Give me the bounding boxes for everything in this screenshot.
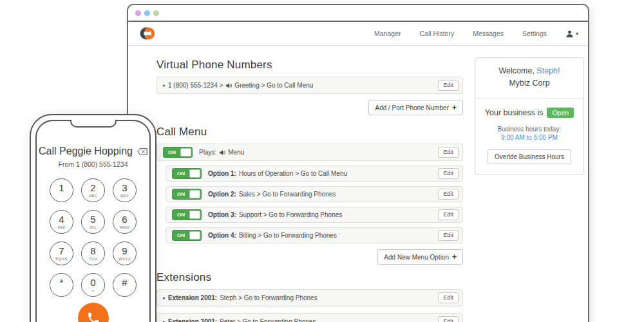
toggle-option-1[interactable]: ON <box>172 168 202 179</box>
dial-key-1[interactable]: 1 <box>50 178 73 202</box>
speaker-icon <box>225 82 232 89</box>
phone-mockup: Call Peggie Hopping From 1 (800) 555-123… <box>30 114 156 322</box>
menu-option-row-1: ON Option 1: Hours of Operation > Go to … <box>166 166 463 182</box>
dial-key-2[interactable]: 2ABC <box>81 178 105 202</box>
phone-handset-icon <box>86 311 100 322</box>
extension-row-text: ▸ Extension 2001: Steph > Go to Forwardi… <box>163 294 433 301</box>
dialer-from-number: From 1 (800) 555-1234 <box>37 160 149 168</box>
section-title-extensions: Extensions <box>156 271 463 284</box>
nav-links: Manager Call History Messages Settings ▾ <box>374 30 578 38</box>
extension-row-2001: ▸ Extension 2001: Steph > Go to Forwardi… <box>156 289 463 307</box>
key-letters: GHI <box>58 225 66 229</box>
window-control-dot-2[interactable] <box>144 10 150 16</box>
option-desc: Billing > Go to Forwarding Phones <box>239 232 337 239</box>
override-business-hours-button[interactable]: Overide Business Hours <box>488 149 571 164</box>
business-status-block: Your business is Open Business hours tod… <box>475 99 583 175</box>
app-logo[interactable] <box>138 26 157 41</box>
dial-key-6[interactable]: 6MNO <box>113 210 137 234</box>
section-title-call-menu: Call Menu <box>156 126 463 138</box>
account-status-card: Welcome, Steph! Mybiz Corp Your business… <box>475 57 584 175</box>
main-column: Virtual Phone Numbers ▸ 1 (800) 555-1234… <box>156 46 463 322</box>
phone-number-text: 1 (800) 555-1234 > <box>168 82 223 89</box>
key-digit: * <box>60 278 64 287</box>
caret-down-icon: ▾ <box>576 31 578 37</box>
play-icon: ▸ <box>163 319 166 322</box>
dial-key-3[interactable]: 3DEF <box>113 178 137 202</box>
browser-window: Manager Call History Messages Settings ▾… <box>127 4 589 322</box>
dial-key-0[interactable]: 0+ <box>81 273 105 297</box>
dial-key-7[interactable]: 7PQRS <box>50 242 73 265</box>
nav-call-history[interactable]: Call History <box>419 30 454 37</box>
toggle-option-2[interactable]: ON <box>172 189 202 200</box>
nav-manager[interactable]: Manager <box>374 30 401 37</box>
phone-screen: Call Peggie Hopping From 1 (800) 555-123… <box>35 120 151 322</box>
key-digit: 4 <box>59 214 64 224</box>
edit-button[interactable]: Edit <box>438 230 459 242</box>
dial-key-5[interactable]: 5JKL <box>81 210 105 234</box>
key-digit: 6 <box>122 214 127 224</box>
nav-messages[interactable]: Messages <box>473 30 504 37</box>
section-title-virtual-phone-numbers: Virtual Phone Numbers <box>156 59 463 71</box>
key-digit: 2 <box>90 183 95 193</box>
toggle-on-label: ON <box>164 147 180 157</box>
dial-key-star[interactable]: * <box>50 273 73 297</box>
plus-icon: + <box>452 104 457 111</box>
plus-icon: + <box>452 253 457 261</box>
screenshot-canvas: Manager Call History Messages Settings ▾… <box>0 0 644 322</box>
option-desc: Sales > Go to Forwarding Phones <box>239 191 336 198</box>
edit-button[interactable]: Edit <box>438 147 459 158</box>
dial-key-8[interactable]: 8TUV <box>81 242 105 265</box>
dial-key-4[interactable]: 4GHI <box>50 210 73 234</box>
edit-button[interactable]: Edit <box>438 80 459 91</box>
extension-desc: Steph > Go to Forwarding Phones <box>220 294 317 301</box>
play-icon: ▸ <box>163 83 166 88</box>
key-digit: 8 <box>90 246 95 256</box>
edit-button[interactable]: Edit <box>438 292 459 304</box>
page-content: Virtual Phone Numbers ▸ 1 (800) 555-1234… <box>128 46 588 322</box>
dial-key-pound[interactable]: # <box>113 273 137 297</box>
toggle-call-menu[interactable]: ON <box>163 147 193 158</box>
edit-button[interactable]: Edit <box>438 316 459 322</box>
toggle-on-label: ON <box>173 189 189 199</box>
key-letters: MNO <box>120 225 129 229</box>
toggle-option-4[interactable]: ON <box>172 230 202 241</box>
status-badge: Open <box>547 108 574 118</box>
plays-value: Menu <box>228 149 244 156</box>
option-desc: Hours of Operation > Go to Call Menu <box>239 170 347 177</box>
extension-desc: Peter > Go to Forwarding Phones <box>220 318 316 322</box>
add-new-menu-option-button[interactable]: Add New Menu Option + <box>377 249 463 265</box>
business-hours-value: 9:00 AM to 5:00 PM <box>480 134 578 141</box>
nav-settings[interactable]: Settings <box>522 30 547 37</box>
business-hours-label: Business hours today: <box>480 126 578 133</box>
option-key: Option 4: <box>208 232 236 239</box>
toggle-on-label: ON <box>173 210 189 220</box>
toggle-option-3[interactable]: ON <box>172 209 202 220</box>
logo-icon <box>138 26 157 41</box>
window-control-dot-1[interactable] <box>135 10 141 16</box>
dial-key-9[interactable]: 9WXYZ <box>113 242 137 265</box>
user-name: Steph! <box>536 66 560 75</box>
business-status-line: Your business is Open <box>480 108 578 118</box>
option-row-text: Option 1: Hours of Operation > Go to Cal… <box>208 170 433 177</box>
edit-button[interactable]: Edit <box>438 168 459 180</box>
extension-key: Extension 2001: <box>168 294 217 301</box>
edit-button[interactable]: Edit <box>438 209 459 221</box>
company-name: Mybiz Corp <box>479 77 580 90</box>
key-letters: + <box>92 289 95 292</box>
backspace-icon[interactable] <box>137 148 147 155</box>
add-menu-option-line: Add New Menu Option + <box>156 249 463 265</box>
option-key: Option 1: <box>208 170 236 177</box>
add-port-phone-number-button[interactable]: Add / Port Phone Number + <box>368 100 463 115</box>
toggle-knob <box>180 148 191 156</box>
phone-notch <box>70 120 117 128</box>
key-letters: JKL <box>90 225 97 229</box>
add-menu-option-label: Add New Menu Option <box>384 254 449 261</box>
key-digit: 9 <box>122 246 127 256</box>
browser-titlebar <box>128 5 588 22</box>
user-menu[interactable]: ▾ <box>565 30 578 38</box>
key-letters: WXYZ <box>118 257 131 261</box>
call-button[interactable] <box>78 303 109 322</box>
edit-button[interactable]: Edit <box>438 189 459 200</box>
window-control-dot-3[interactable] <box>153 10 159 16</box>
user-icon <box>565 30 574 38</box>
